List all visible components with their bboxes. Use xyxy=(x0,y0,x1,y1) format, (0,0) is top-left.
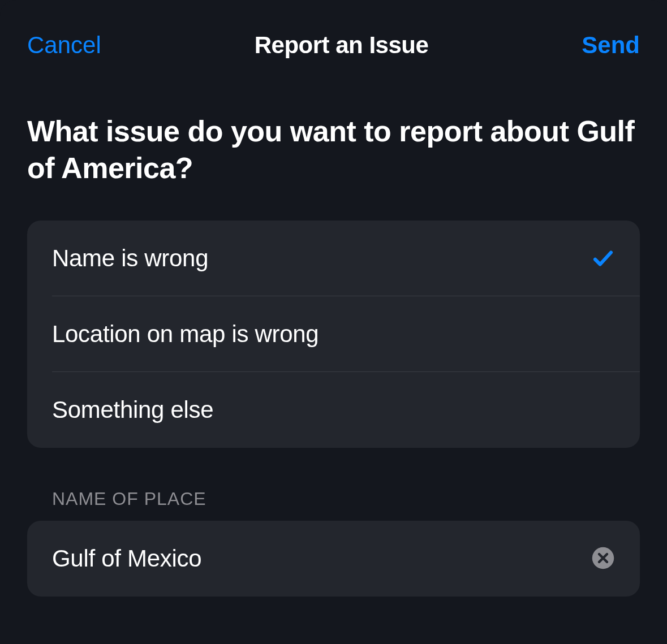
report-issue-sheet: Cancel Report an Issue Send What issue d… xyxy=(0,0,667,644)
cancel-button[interactable]: Cancel xyxy=(27,32,101,59)
question-heading: What issue do you want to report about G… xyxy=(27,113,640,187)
option-location-wrong[interactable]: Location on map is wrong xyxy=(52,296,640,372)
issue-options-group: Name is wrong Location on map is wrong S… xyxy=(27,221,640,448)
clear-icon xyxy=(591,546,615,572)
option-something-else[interactable]: Something else xyxy=(27,372,640,448)
content-area: What issue do you want to report about G… xyxy=(0,113,667,597)
option-label: Name is wrong xyxy=(52,245,208,272)
name-section-header: NAME OF PLACE xyxy=(52,489,640,509)
navigation-bar: Cancel Report an Issue Send xyxy=(0,28,667,62)
page-title: Report an Issue xyxy=(255,32,429,59)
option-label: Location on map is wrong xyxy=(52,321,319,348)
clear-text-button[interactable] xyxy=(591,547,615,570)
place-name-input[interactable] xyxy=(52,545,591,572)
name-input-group xyxy=(27,521,640,597)
send-button[interactable]: Send xyxy=(582,32,640,59)
checkmark-icon xyxy=(591,247,615,270)
option-name-wrong[interactable]: Name is wrong xyxy=(52,221,640,296)
option-label: Something else xyxy=(52,396,213,423)
